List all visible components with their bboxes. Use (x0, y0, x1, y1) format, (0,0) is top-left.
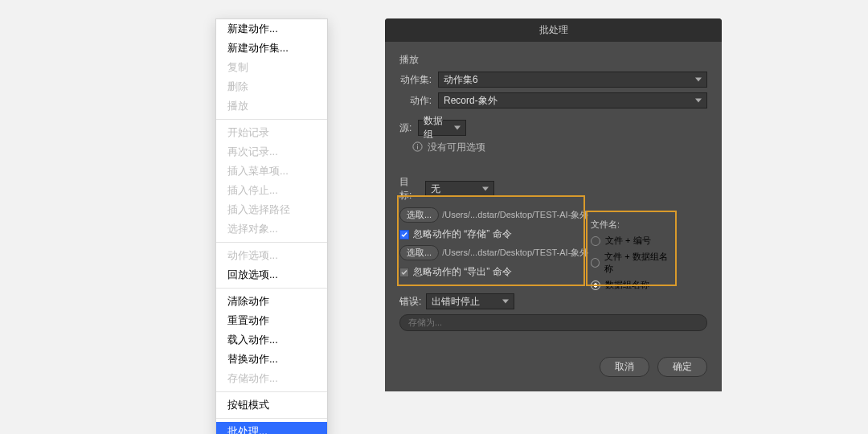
menu-item[interactable]: 载入动作... (216, 330, 327, 350)
menu-item[interactable]: 清除动作 (216, 292, 327, 311)
menu-item: 插入菜单项... (216, 162, 327, 181)
menu-item[interactable]: 回放选项... (216, 265, 327, 285)
no-options-text: 没有可用选项 (428, 141, 485, 154)
target-path-2: /Users/...dstar/Desktop/TEST-AI-象外 (442, 247, 588, 259)
menu-item: 播放 (216, 96, 327, 116)
cancel-button[interactable]: 取消 (600, 357, 649, 377)
menu-item[interactable]: 重置动作 (216, 311, 327, 330)
menu-item[interactable]: 新建动作... (216, 19, 327, 39)
batch-dialog: 批处理 播放 动作集: 动作集6 动作: Record-象外 源: 数据组 没有… (385, 18, 722, 391)
actions-context-menu: 新建动作...新建动作集...复制删除播放开始记录再次记录...插入菜单项...… (215, 18, 328, 434)
menu-item: 存储动作... (216, 369, 327, 388)
menu-item: 插入选择路径 (216, 200, 327, 219)
target-label: 目标: (399, 175, 425, 203)
svg-rect-1 (417, 145, 418, 149)
menu-item: 动作选项... (216, 246, 327, 265)
target-path-1: /Users/...dstar/Desktop/TEST-AI-象外 (442, 209, 588, 221)
source-select[interactable]: 数据组 (418, 120, 466, 136)
filename-radio-3[interactable] (591, 280, 600, 290)
action-label: 动作: (399, 94, 438, 108)
svg-rect-2 (417, 144, 418, 145)
choose-folder-button-2[interactable]: 选取... (399, 245, 439, 260)
choose-folder-button-1[interactable]: 选取... (399, 207, 439, 223)
override-save-checkbox[interactable] (399, 230, 409, 240)
menu-item[interactable]: 批处理... (216, 422, 327, 434)
info-icon (412, 141, 423, 154)
menu-item: 插入停止... (216, 181, 327, 200)
menu-item[interactable]: 按钮模式 (216, 395, 327, 415)
filename-label: 文件名: (591, 219, 671, 231)
menu-item: 选择对象... (216, 219, 327, 239)
menu-item: 开始记录 (216, 123, 327, 142)
filename-radio-1[interactable] (591, 236, 600, 246)
error-label: 错误: (399, 295, 421, 309)
override-export-checkbox[interactable] (399, 268, 409, 277)
menu-item: 删除 (216, 77, 327, 96)
play-section-title: 播放 (399, 53, 707, 67)
action-set-select[interactable]: 动作集6 (438, 72, 707, 88)
menu-item[interactable]: 新建动作集... (216, 39, 327, 58)
dialog-title: 批处理 (385, 18, 722, 42)
menu-item: 再次记录... (216, 142, 327, 162)
save-as-button: 存储为... (399, 314, 707, 331)
filename-group: 文件名: 文件 + 编号 文件 + 数据组名称 数据组名称 (591, 219, 671, 295)
action-set-label: 动作集: (399, 73, 438, 87)
filename-radio-2[interactable] (591, 258, 600, 268)
target-select[interactable]: 无 (425, 181, 494, 197)
ok-button[interactable]: 确定 (657, 357, 707, 377)
source-label: 源: (399, 121, 418, 135)
override-save-label: 忽略动作的 “存储” 命令 (413, 227, 512, 241)
error-select[interactable]: 出错时停止 (426, 293, 514, 309)
override-export-label: 忽略动作的 “导出” 命令 (413, 265, 512, 279)
action-select[interactable]: Record-象外 (438, 92, 707, 108)
menu-item: 复制 (216, 58, 327, 77)
menu-item[interactable]: 替换动作... (216, 350, 327, 369)
